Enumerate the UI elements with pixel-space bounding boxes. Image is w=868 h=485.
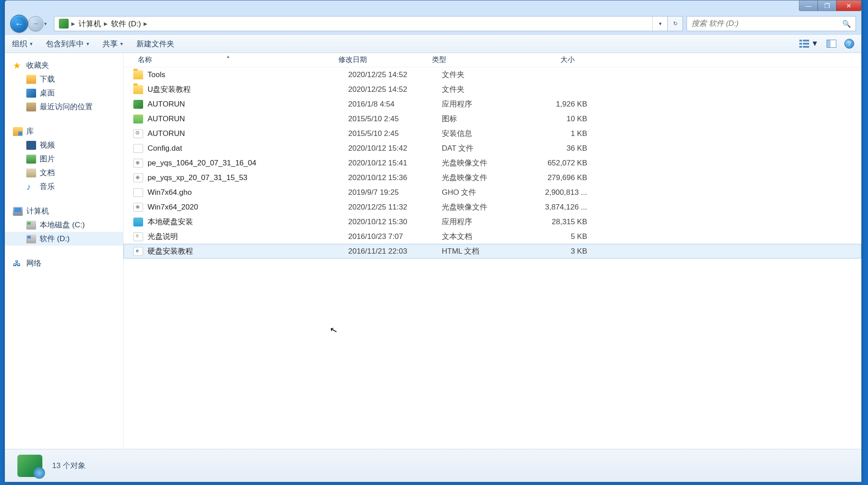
- file-date: 2020/12/25 14:52: [348, 85, 442, 94]
- file-area: 名称 修改日期 类型 大小 Tools2020/12/25 14:52文件夹U盘…: [123, 53, 861, 449]
- file-date: 2020/10/12 15:30: [348, 218, 442, 226]
- file-name: Win7x64_2020: [148, 203, 348, 212]
- view-mode-button[interactable]: ▼: [799, 39, 819, 48]
- list-view-icon: [799, 40, 809, 48]
- file-type: HTML 文档: [442, 246, 535, 256]
- maximize-button[interactable]: ❐: [818, 0, 836, 11]
- nav-pictures[interactable]: 图片: [5, 152, 123, 166]
- nav-videos[interactable]: 视频: [5, 138, 123, 152]
- network-icon: 🖧: [13, 259, 23, 268]
- forward-button[interactable]: →: [28, 16, 43, 31]
- file-exe-icon: [133, 100, 143, 109]
- file-row[interactable]: Tools2020/12/25 14:52文件夹: [123, 67, 861, 82]
- file-row[interactable]: AUTORUN2015/5/10 2:45图标10 KB: [123, 111, 861, 126]
- help-button[interactable]: ?: [844, 39, 854, 49]
- nav-group-favorites: ★ 收藏夹 下载 桌面 最近访问的位置: [5, 58, 123, 114]
- column-name[interactable]: 名称: [133, 55, 334, 65]
- file-row[interactable]: pe_yqs_xp_20_07_31_15_532020/10/12 15:36…: [123, 170, 861, 185]
- dropdown-icon: ▼: [119, 41, 124, 46]
- file-list: Tools2020/12/25 14:52文件夹U盘安装教程2020/12/25…: [123, 67, 861, 449]
- toolbar-label: 共享: [103, 39, 118, 49]
- file-row[interactable]: pe_yqs_1064_20_07_31_16_042020/10/12 15:…: [123, 156, 861, 170]
- file-type: 文件夹: [442, 70, 535, 80]
- address-dropdown[interactable]: ▾: [652, 16, 667, 31]
- nav-recent[interactable]: 最近访问的位置: [5, 100, 123, 114]
- close-button[interactable]: ✕: [836, 0, 861, 11]
- file-name: AUTORUN: [148, 100, 348, 109]
- file-name: Win7x64.gho: [148, 188, 348, 197]
- nav-computer[interactable]: 计算机: [5, 204, 123, 218]
- column-date[interactable]: 修改日期: [334, 55, 428, 65]
- nav-label: 本地磁盘 (C:): [40, 220, 85, 230]
- file-date: 2020/12/25 14:52: [348, 70, 442, 79]
- nav-libraries[interactable]: 库: [5, 124, 123, 138]
- nav-label: 视频: [40, 140, 55, 150]
- organize-button[interactable]: 组织 ▼: [12, 39, 33, 49]
- file-row[interactable]: 本地硬盘安装2020/10/12 15:30应用程序28,315 KB: [123, 214, 861, 229]
- back-arrow-icon: ←: [15, 19, 24, 29]
- address-bar[interactable]: ▶ 计算机 ▶ 软件 (D:) ▶ ▾ ↻: [54, 16, 683, 31]
- file-iso-icon: [133, 203, 143, 212]
- breadcrumb-computer[interactable]: 计算机 ▶: [77, 19, 109, 29]
- chevron-icon: ▶: [144, 21, 147, 27]
- file-size: 2,900,813 ...: [535, 188, 593, 197]
- preview-pane-button[interactable]: [827, 40, 836, 48]
- nav-label: 库: [26, 126, 34, 136]
- search-input[interactable]: [691, 19, 842, 28]
- toolbar-right: ▼ ?: [799, 39, 854, 49]
- file-date: 2020/10/12 15:42: [348, 144, 442, 153]
- body-area: ★ 收藏夹 下载 桌面 最近访问的位置: [5, 53, 861, 449]
- column-type[interactable]: 类型: [428, 55, 521, 65]
- file-inf-icon: [133, 129, 143, 138]
- breadcrumb-label: 软件 (D:): [111, 19, 141, 29]
- new-folder-button[interactable]: 新建文件夹: [136, 39, 174, 49]
- nav-network[interactable]: 🖧 网络: [5, 256, 123, 270]
- nav-label: 图片: [40, 154, 55, 164]
- nav-desktop[interactable]: 桌面: [5, 86, 123, 100]
- file-name: pe_yqs_1064_20_07_31_16_04: [148, 159, 348, 168]
- breadcrumb-drive[interactable]: 软件 (D:) ▶: [109, 19, 149, 29]
- file-row[interactable]: Win7x64.gho2019/9/7 19:25GHO 文件2,900,813…: [123, 185, 861, 200]
- file-row[interactable]: Config.dat2020/10/12 15:42DAT 文件36 KB: [123, 141, 861, 156]
- file-name: Tools: [148, 70, 348, 79]
- include-library-button[interactable]: 包含到库中 ▼: [46, 39, 90, 49]
- nav-label: 最近访问的位置: [40, 102, 93, 112]
- file-date: 2015/5/10 2:45: [348, 115, 442, 123]
- minimize-button[interactable]: —: [799, 0, 818, 11]
- back-button[interactable]: ←: [10, 15, 28, 33]
- nav-favorites[interactable]: ★ 收藏夹: [5, 58, 123, 72]
- forward-arrow-icon: →: [32, 20, 39, 28]
- file-name: pe_yqs_xp_20_07_31_15_53: [148, 173, 348, 182]
- file-row[interactable]: 硬盘安装教程2016/11/21 22:03HTML 文档3 KB: [123, 244, 861, 259]
- file-size: 1,926 KB: [535, 100, 593, 109]
- nav-downloads[interactable]: 下载: [5, 72, 123, 86]
- drive-icon: [26, 221, 36, 230]
- file-name: 本地硬盘安装: [148, 217, 348, 227]
- file-type: 光盘映像文件: [442, 173, 535, 183]
- file-type: 光盘映像文件: [442, 158, 535, 168]
- column-size[interactable]: 大小: [521, 55, 579, 65]
- nav-documents[interactable]: 文档: [5, 166, 123, 180]
- file-row[interactable]: AUTORUN2015/5/10 2:45安装信息1 KB: [123, 126, 861, 141]
- file-row[interactable]: 光盘说明2016/10/23 7:07文本文档5 KB: [123, 229, 861, 244]
- nav-label: 文档: [40, 168, 55, 178]
- file-type: 应用程序: [442, 99, 535, 109]
- nav-drive-d[interactable]: 软件 (D:): [5, 232, 123, 246]
- dropdown-icon: ▼: [86, 41, 90, 46]
- nav-arrows: ← → ▼: [10, 15, 50, 33]
- file-row[interactable]: AUTORUN2016/1/8 4:54应用程序1,926 KB: [123, 97, 861, 111]
- file-name: 光盘说明: [148, 231, 348, 242]
- file-date: 2019/9/7 19:25: [348, 188, 442, 197]
- share-button[interactable]: 共享 ▼: [103, 39, 124, 49]
- breadcrumb-root[interactable]: ▶: [57, 19, 77, 29]
- file-row[interactable]: U盘安装教程2020/12/25 14:52文件夹: [123, 82, 861, 97]
- nav-music[interactable]: ♪ 音乐: [5, 180, 123, 193]
- file-ico-icon: [133, 115, 143, 123]
- nav-drive-c[interactable]: 本地磁盘 (C:): [5, 218, 123, 232]
- search-box[interactable]: 🔍: [687, 16, 856, 31]
- history-dropdown[interactable]: ▼: [43, 21, 50, 26]
- file-row[interactable]: Win7x64_20202020/12/25 11:32光盘映像文件3,874,…: [123, 200, 861, 214]
- refresh-button[interactable]: ↻: [667, 16, 683, 31]
- file-name: AUTORUN: [148, 129, 348, 138]
- downloads-icon: [26, 75, 36, 84]
